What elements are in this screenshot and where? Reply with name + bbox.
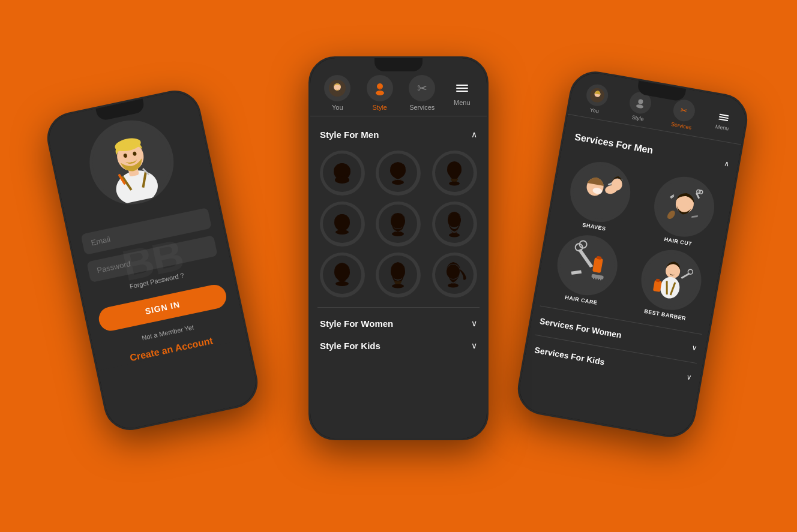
- services-screen: You Style ✂: [516, 69, 749, 438]
- login-form: Forget Password ? SIGN IN Not a Member Y…: [80, 208, 236, 368]
- login-screen: BB Forget Password ? SIGN IN Not a Membe…: [44, 88, 260, 432]
- style-icon-circle: [367, 75, 393, 101]
- haircare-label: HAIR CARE: [565, 294, 598, 305]
- svc-nav-menu[interactable]: Menu: [715, 111, 732, 132]
- services-content[interactable]: Services For Men ∧: [516, 114, 741, 438]
- svc-you-icon: [589, 86, 606, 103]
- nav-you-label: You: [332, 104, 343, 111]
- services-women-partial: Services For Women: [539, 315, 622, 339]
- menu-line-3: [456, 91, 468, 92]
- phone-login: BB Forget Password ? SIGN IN Not a Membe…: [43, 85, 263, 434]
- services-icon-circle: ✂: [409, 75, 435, 101]
- phone-style: You Style: [308, 56, 489, 440]
- scissors-cross-icon: ✂: [417, 81, 427, 95]
- chevron-women-down: ∨: [691, 343, 697, 352]
- style-content[interactable]: Style For Men ∧: [310, 116, 487, 438]
- svg-point-60: [556, 234, 619, 296]
- style-kids-title: Style For Kids: [320, 341, 380, 351]
- chevron-svc-men-up: ∧: [723, 159, 730, 168]
- phone-services: You Style ✂: [514, 67, 751, 441]
- svg-point-40: [448, 283, 459, 287]
- svg-point-30: [448, 213, 461, 227]
- services-kids-partial: Services For Kids: [534, 345, 606, 366]
- svc-nav-style-label: Style: [631, 114, 644, 122]
- hair-style-2[interactable]: [376, 151, 421, 196]
- hair-style-4[interactable]: [320, 202, 365, 247]
- bestbarber-icon: [640, 248, 702, 311]
- svc-you-circle: [585, 82, 610, 107]
- shaves-card[interactable]: [565, 157, 635, 227]
- svg-point-37: [392, 284, 404, 288]
- svg-point-13: [376, 91, 384, 95]
- haircut-card[interactable]: [649, 172, 719, 241]
- hair-style-6[interactable]: [432, 202, 477, 247]
- barber-avatar-circle: [82, 112, 181, 212]
- haircare-card[interactable]: [553, 230, 622, 300]
- haircut-label: HAIR CUT: [664, 236, 693, 247]
- style-kids-header[interactable]: Style For Kids ∨: [317, 335, 480, 357]
- nav-item-style[interactable]: Style: [367, 75, 393, 111]
- svg-point-25: [335, 230, 349, 235]
- hair-style-3[interactable]: [432, 151, 477, 196]
- you-icon-circle: [324, 75, 350, 101]
- nav-services-label: Services: [409, 104, 435, 111]
- login-content: BB Forget Password ? SIGN IN Not a Membe…: [44, 88, 247, 370]
- menu-line-2: [456, 88, 468, 89]
- svg-point-22: [449, 181, 460, 185]
- svg-point-16: [335, 176, 349, 184]
- hair-style-9[interactable]: [432, 253, 477, 297]
- svg-point-12: [377, 83, 383, 89]
- svc-nav-services[interactable]: ✂ Services: [670, 98, 697, 131]
- service-haircut[interactable]: HAIR CUT: [639, 170, 729, 251]
- svg-point-39: [447, 265, 460, 279]
- chevron-kids: ∨: [471, 341, 477, 350]
- style-women-header[interactable]: Style For Women ∨: [317, 312, 480, 335]
- svg-point-19: [392, 180, 404, 185]
- service-bestbarber[interactable]: BEST BARBER: [625, 244, 715, 324]
- chevron-kids-down: ∨: [686, 372, 693, 381]
- hair-style-7[interactable]: [320, 253, 365, 297]
- svc-nav-services-label: Services: [670, 121, 692, 130]
- style-scissors-icon: [371, 80, 388, 97]
- svc-style-icon: [632, 94, 649, 111]
- chevron-men-up: ∧: [471, 130, 477, 139]
- bestbarber-card[interactable]: [637, 245, 706, 314]
- bestbarber-label: BEST BARBER: [644, 308, 687, 321]
- menu-hamburger[interactable]: [451, 80, 473, 97]
- nav-menu-label: Menu: [454, 99, 471, 106]
- services-men-grid: SHAVES: [541, 151, 729, 329]
- nav-item-menu[interactable]: Menu: [451, 80, 473, 106]
- svg-point-10: [332, 91, 342, 97]
- phones-container: BB Forget Password ? SIGN IN Not a Membe…: [38, 20, 759, 512]
- shaves-label: SHAVES: [582, 221, 606, 232]
- hair-style-5[interactable]: [376, 202, 421, 247]
- nav-style-label: Style: [373, 104, 387, 111]
- hair-style-8[interactable]: [376, 253, 421, 297]
- service-haircare[interactable]: HAIR CARE: [542, 229, 632, 309]
- style-men-title: Style For Men: [320, 130, 379, 140]
- haircare-icon: [556, 234, 619, 296]
- svc-nav-you[interactable]: You: [583, 82, 610, 115]
- haircut-icon: [653, 175, 715, 238]
- barber-avatar-svg: [85, 116, 178, 208]
- svc-scissors-icon: ✂: [679, 105, 688, 116]
- svc-nav-you-label: You: [589, 107, 600, 114]
- style-men-header[interactable]: Style For Men ∧: [317, 124, 480, 146]
- svg-point-34: [335, 281, 349, 286]
- svc-menu-hamburger[interactable]: [716, 111, 732, 124]
- hair-styles-grid: [317, 146, 480, 302]
- hair-style-1[interactable]: [320, 151, 365, 196]
- chevron-women: ∨: [471, 318, 477, 328]
- style-women-title: Style For Women: [320, 318, 393, 329]
- svg-point-28: [392, 232, 404, 236]
- shaves-icon: [569, 160, 631, 223]
- svc-services-circle: ✂: [672, 98, 697, 123]
- service-shaves[interactable]: SHAVES: [555, 155, 645, 236]
- nav-item-services[interactable]: ✂ Services: [409, 75, 435, 111]
- menu-line-1: [456, 85, 468, 86]
- you-avatar-icon: [329, 80, 346, 97]
- create-account-link[interactable]: Create an Account: [107, 330, 236, 368]
- notch-center: [374, 58, 423, 71]
- nav-item-you[interactable]: You: [324, 75, 350, 111]
- divider-1: [317, 307, 480, 308]
